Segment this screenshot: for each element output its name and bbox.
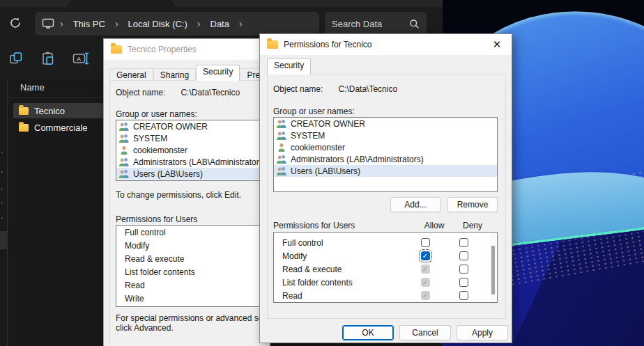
deny-checkbox[interactable]: ✓ <box>459 238 468 247</box>
allow-checkbox[interactable]: ✓ <box>421 265 430 274</box>
deny-checkbox[interactable]: ✓ <box>459 251 468 260</box>
allow-checkbox[interactable]: ✓ <box>421 251 430 260</box>
allow-checkbox[interactable]: ✓ <box>421 238 430 247</box>
permission-row: Read ✓ ✓ <box>274 289 497 302</box>
permissions-label: Permissions for Users <box>273 221 416 230</box>
group-item[interactable]: CREATOR OWNER <box>274 118 497 129</box>
group-icon <box>118 169 130 179</box>
breadcrumb-chevron: › <box>238 18 244 29</box>
group-item-selected[interactable]: Users (LAB\Users) <box>116 168 270 180</box>
group-item[interactable]: SYSTEM <box>274 129 497 141</box>
permission-name: Read <box>274 291 407 301</box>
file-row-commerciale[interactable]: Commerciale <box>13 120 105 135</box>
breadcrumb: › This PC › Local Disk (C:) › Data › <box>35 12 319 36</box>
group-names-label: Group or user names: <box>273 107 355 116</box>
permission-name: Modify <box>116 241 149 251</box>
permission-name: List folder contents <box>116 267 195 277</box>
allow-column-header: Allow <box>416 221 452 230</box>
breadcrumb-local-disk[interactable]: Local Disk (C:) <box>124 17 192 31</box>
tree-chevron-icon[interactable]: ◦ <box>1 185 3 192</box>
object-name-value: C:\Data\Tecnico <box>181 88 240 97</box>
search-placeholder: Search Data <box>332 19 382 29</box>
user-item[interactable]: cookiemonster <box>116 144 270 156</box>
group-item[interactable]: SYSTEM <box>116 132 270 144</box>
group-name: Administrators (LAB\Administrators) <box>291 155 424 164</box>
permissions-scrollbar[interactable] <box>490 233 496 301</box>
copy-icon[interactable] <box>8 51 24 66</box>
rename-icon[interactable]: A <box>72 51 91 66</box>
close-icon[interactable]: ✕ <box>489 38 505 51</box>
file-name: Tecnico <box>34 106 65 116</box>
search-icon[interactable] <box>409 19 420 29</box>
folder-icon <box>19 107 29 115</box>
tree-chevron-icon[interactable]: ◦ <box>1 214 3 221</box>
group-name: SYSTEM <box>133 134 167 143</box>
user-icon <box>118 146 130 155</box>
scrollbar-thumb[interactable] <box>491 246 495 294</box>
permissions-label: Permissions for Users <box>116 214 197 224</box>
permission-name: Full control <box>116 228 166 237</box>
object-name-row: Object name: C:\Data\Tecnico <box>116 88 240 97</box>
permission-row: List folder contents ✓ ✓ <box>274 276 497 289</box>
tab-security[interactable]: Security <box>267 58 311 74</box>
group-item[interactable]: Administrators (LAB\Administrators) <box>116 156 270 168</box>
permissions-header-row: Permissions for Users Allow Deny <box>273 221 498 230</box>
tree-chevron-icon[interactable]: ◦ <box>1 149 3 156</box>
tree-chevron-icon[interactable]: ◦ <box>1 168 3 175</box>
deny-checkbox[interactable]: ✓ <box>459 265 468 274</box>
permission-name: Modify <box>274 251 407 261</box>
group-name: CREATOR OWNER <box>133 122 208 132</box>
dialog-title: Tecnico Properties <box>128 45 197 54</box>
dialog-title: Permissions for Tecnico <box>284 40 372 49</box>
refresh-icon[interactable] <box>8 16 22 30</box>
paste-icon[interactable] <box>40 51 56 66</box>
group-icon <box>118 134 130 143</box>
allow-checkbox[interactable]: ✓ <box>421 291 430 300</box>
breadcrumb-data[interactable]: Data <box>206 17 233 31</box>
permission-name: Write <box>116 294 144 304</box>
file-row-tecnico[interactable]: Tecnico <box>13 103 105 118</box>
advanced-hint-line1: For special permissions or advanced sett… <box>116 313 270 323</box>
breadcrumb-chevron: › <box>114 18 120 29</box>
group-name: Administrators (LAB\Administrators) <box>133 157 266 167</box>
user-item[interactable]: cookiemonster <box>274 141 497 153</box>
permission-name: Read & execute <box>274 265 407 274</box>
tab-security[interactable]: Security <box>196 65 240 81</box>
object-name-row: Object name: C:\Data\Tecnico <box>273 84 397 94</box>
column-header-name[interactable]: Name <box>20 82 45 93</box>
deny-checkbox[interactable]: ✓ <box>459 291 468 300</box>
properties-title-bar[interactable]: Tecnico Properties <box>104 39 270 60</box>
breadcrumb-this-pc[interactable]: This PC <box>69 17 109 31</box>
group-item[interactable]: Administrators (LAB\Administrators) <box>274 153 497 165</box>
cancel-button[interactable]: Cancel <box>399 325 451 340</box>
permission-name: Read & execute <box>116 254 184 264</box>
deny-column-header: Deny <box>452 221 493 230</box>
ok-button[interactable]: OK <box>342 325 394 340</box>
group-list: CREATOR OWNER SYSTEM cookiemonster Admin… <box>273 117 498 192</box>
permissions-list: Full control Modify Read & execute List … <box>116 225 270 307</box>
desktop: › This PC › Local Disk (C:) › Data › Sea… <box>0 0 644 346</box>
deny-checkbox[interactable]: ✓ <box>459 278 468 287</box>
this-pc-icon <box>42 18 54 29</box>
group-item[interactable]: CREATOR OWNER <box>116 120 270 132</box>
explorer-active-tab[interactable] <box>68 0 174 7</box>
allow-checkbox[interactable]: ✓ <box>421 278 430 287</box>
apply-button[interactable]: Apply <box>457 325 508 340</box>
add-button[interactable]: Add... <box>390 197 440 212</box>
properties-dialog: Tecnico Properties General Sharing Secur… <box>103 38 270 346</box>
group-icon <box>276 155 287 164</box>
svg-text:A: A <box>77 56 81 63</box>
permission-row: Modify ✓ ✓ <box>274 249 497 262</box>
navigation-pane-edge: ◦ ◦ ◦ ◦ ◦ <box>0 79 7 346</box>
tree-chevron-icon[interactable]: ◦ <box>1 199 3 206</box>
tree-selected-item-edge[interactable] <box>0 231 7 249</box>
permission-name: Read <box>116 281 145 290</box>
permission-row: Read & execute ✓ ✓ <box>274 262 497 276</box>
permissions-title-bar[interactable]: Permissions for Tecnico ✕ <box>260 34 512 55</box>
remove-button[interactable]: Remove <box>447 197 498 212</box>
group-item-selected[interactable]: Users (LAB\Users) <box>274 165 497 177</box>
search-input[interactable]: Search Data <box>325 12 427 36</box>
permissions-list: Full control ✓ ✓ Modify ✓ ✓ Read & execu… <box>273 232 498 303</box>
group-icon <box>276 119 287 129</box>
file-name: Commerciale <box>34 123 88 133</box>
